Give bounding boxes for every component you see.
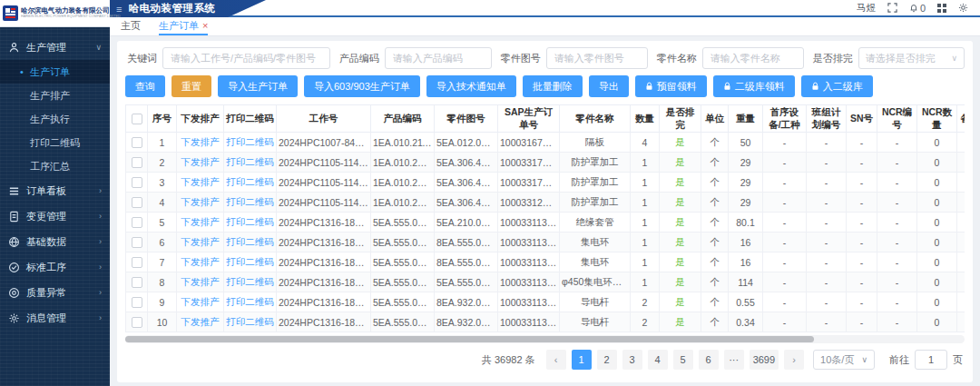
print-qrcode-link[interactable]: 打印二维码 xyxy=(226,216,274,227)
dispatch-link[interactable]: 下发排产 xyxy=(181,196,220,207)
cell-SAP生产订单号: 10003311344 xyxy=(498,272,560,292)
导入技术通知单-button[interactable]: 导入技术通知单 xyxy=(426,75,516,97)
二级库领料-button[interactable]: 二级库领料 xyxy=(713,75,795,97)
cell-SAP生产订单号: 10003312139 xyxy=(498,193,560,213)
dispatch-link[interactable]: 下发排产 xyxy=(181,236,220,247)
settings-gear-icon[interactable] xyxy=(958,3,968,13)
print-qrcode-link[interactable]: 打印二维码 xyxy=(226,196,274,207)
pagination-page-6[interactable]: 6 xyxy=(699,350,719,370)
print-qrcode-link[interactable]: 打印二维码 xyxy=(226,256,274,267)
cell-下发排产: 下发排产 xyxy=(177,292,224,312)
pagination-page-2[interactable]: 2 xyxy=(597,350,617,370)
sidebar-item-生产管理[interactable]: 生产管理∨ xyxy=(0,35,110,60)
dispatch-link[interactable]: 下发排产 xyxy=(181,136,220,147)
sidebar-subitem-生产执行[interactable]: 生产执行 xyxy=(0,107,110,131)
horizontal-scrollbar[interactable] xyxy=(125,335,965,343)
dispatch-link[interactable]: 下发排产 xyxy=(181,176,220,187)
row-checkbox[interactable] xyxy=(132,157,142,168)
cell-产品编码: 5EA.555.0312 xyxy=(371,272,435,292)
pagination-page-3699[interactable]: 3699 xyxy=(750,350,779,370)
sidebar-item-订单看板[interactable]: 订单看板› xyxy=(0,178,110,203)
sidebar-item-消息管理[interactable]: 消息管理› xyxy=(0,305,110,331)
pagination-page-1[interactable]: 1 xyxy=(572,350,592,370)
print-qrcode-link[interactable]: 打印二维码 xyxy=(226,316,274,327)
scheduled-flag: 是 xyxy=(675,276,685,287)
重置-button[interactable]: 重置 xyxy=(172,75,211,97)
入二级库-button[interactable]: 入二级库 xyxy=(801,75,873,97)
select-all-checkbox[interactable] xyxy=(132,114,142,124)
cell-序号: 1 xyxy=(148,133,177,153)
cell-班组计划编号: - xyxy=(807,292,847,312)
导入603/903生产订单-button[interactable]: 导入603/903生产订单 xyxy=(304,75,420,97)
cell-重量: 29 xyxy=(729,193,763,213)
row-select-cell xyxy=(126,213,148,233)
goto-page: 前往 页 xyxy=(889,350,963,370)
filter-input-零件图号[interactable] xyxy=(546,47,648,69)
goto-page-input[interactable] xyxy=(915,350,947,370)
row-checkbox[interactable] xyxy=(132,317,142,328)
filter-input-产品编码[interactable] xyxy=(385,47,492,69)
sidebar-subitem-生产订单[interactable]: 生产订单 xyxy=(0,60,110,84)
change-management-icon xyxy=(8,211,20,223)
row-checkbox[interactable] xyxy=(132,197,142,208)
pagination-page-3[interactable]: 3 xyxy=(622,350,642,370)
dispatch-link[interactable]: 下发排产 xyxy=(181,296,220,307)
column-header-工作号: 工作号 xyxy=(277,105,371,133)
cell-零件名称: 集电环 xyxy=(560,252,631,272)
user-name[interactable]: 马煜 xyxy=(857,2,876,15)
filter-input-零件名称[interactable] xyxy=(702,47,804,69)
sidebar-item-质量异常[interactable]: 质量异常› xyxy=(0,280,110,305)
cell-首序设备/工种: - xyxy=(763,153,807,173)
dispatch-link[interactable]: 下发排产 xyxy=(181,216,220,227)
sidebar-subitem-工序汇总[interactable]: 工序汇总 xyxy=(0,154,110,178)
sidebar-item-变更管理[interactable]: 变更管理› xyxy=(0,203,110,229)
fullscreen-icon[interactable] xyxy=(887,3,897,13)
filter-input-关键词[interactable] xyxy=(162,47,330,69)
cell-备注: - xyxy=(957,252,965,272)
bell-icon[interactable]: 0 xyxy=(909,3,926,14)
row-checkbox[interactable] xyxy=(132,257,142,268)
tab-生产订单[interactable]: 生产订单× xyxy=(159,17,208,35)
dispatch-link[interactable]: 下发排产 xyxy=(181,156,220,167)
cell-数量: 1 xyxy=(631,272,660,292)
pagination-page-5[interactable]: 5 xyxy=(673,350,693,370)
scheduled-flag: 是 xyxy=(675,156,685,167)
导入生产订单-button[interactable]: 导入生产订单 xyxy=(218,75,298,97)
row-checkbox[interactable] xyxy=(132,177,142,188)
print-qrcode-link[interactable]: 打印二维码 xyxy=(226,156,274,167)
预留领料-button[interactable]: 预留领料 xyxy=(635,75,707,97)
导出-button[interactable]: 导出 xyxy=(589,75,629,97)
page-size-select[interactable]: 10条/页 ∨ xyxy=(813,350,875,370)
horizontal-scrollbar-thumb[interactable] xyxy=(125,336,814,342)
print-qrcode-link[interactable]: 打印二维码 xyxy=(226,236,274,247)
查询-button[interactable]: 查询 xyxy=(125,75,165,97)
sidebar-item-基础数据[interactable]: 基础数据› xyxy=(0,229,110,254)
sidebar-item-标准工序[interactable]: 标准工序› xyxy=(0,254,110,280)
pagination-page-4[interactable]: 4 xyxy=(648,350,668,370)
dispatch-link[interactable]: 下发排产 xyxy=(181,256,220,267)
row-checkbox[interactable] xyxy=(132,297,142,308)
row-checkbox[interactable] xyxy=(132,237,142,248)
print-qrcode-link[interactable]: 打印二维码 xyxy=(226,296,274,307)
sidebar-subitem-打印二维码[interactable]: 打印二维码 xyxy=(0,131,110,154)
apps-grid-icon[interactable] xyxy=(937,4,946,13)
批量删除-button[interactable]: 批量删除 xyxy=(523,75,583,97)
dispatch-link[interactable]: 下发排产 xyxy=(181,276,220,287)
print-qrcode-link[interactable]: 打印二维码 xyxy=(226,176,274,187)
pagination-next-button[interactable]: › xyxy=(784,350,804,370)
sidebar-subitem-生产排产[interactable]: 生产排产 xyxy=(0,84,110,107)
pagination-prev-button[interactable]: ‹ xyxy=(546,350,566,370)
tab-close-icon[interactable]: × xyxy=(202,20,208,31)
row-checkbox[interactable] xyxy=(132,277,142,288)
cell-下发排产: 下发排产 xyxy=(177,193,224,213)
cell-数量: 1 xyxy=(631,173,660,193)
cell-产品编码: 5EA.555.0312 xyxy=(371,252,435,272)
print-qrcode-link[interactable]: 打印二维码 xyxy=(226,276,274,287)
row-checkbox[interactable] xyxy=(132,137,142,148)
print-qrcode-link[interactable]: 打印二维码 xyxy=(226,136,274,147)
dispatch-link[interactable]: 下发推产 xyxy=(181,316,220,327)
cell-零件名称: 隔板 xyxy=(560,133,631,153)
tab-主页[interactable]: 主页 xyxy=(121,17,141,35)
row-checkbox[interactable] xyxy=(132,217,142,228)
filter-select-是否排完[interactable]: 请选择是否排完∨ xyxy=(858,47,965,69)
